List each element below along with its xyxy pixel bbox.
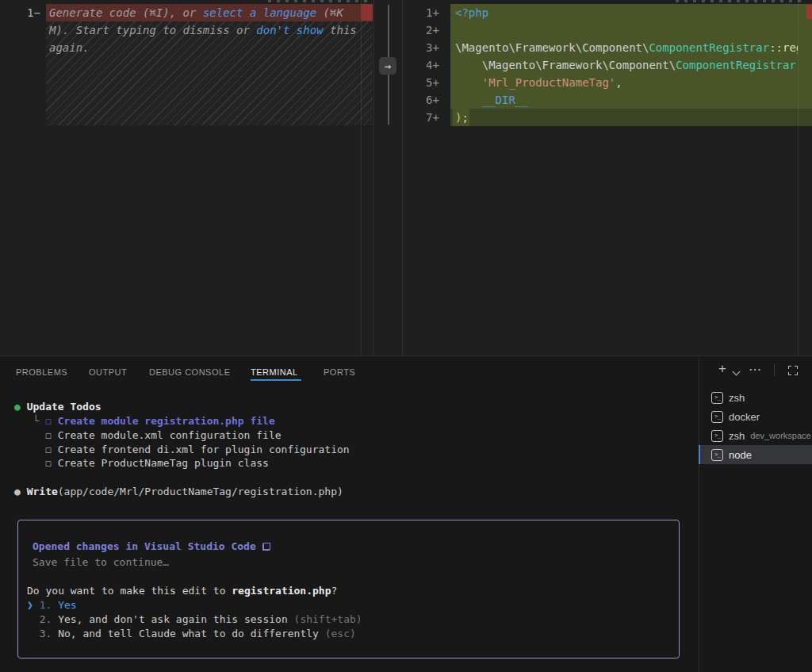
dialog-option-yes[interactable]: ❯ 1. Yes: [27, 598, 77, 612]
terminal-icon: >_: [711, 411, 723, 423]
code-line-5: 'Mrl_ProductNameTag',: [455, 74, 798, 91]
ghost-text: (⌘K: [316, 6, 343, 19]
diff-editor: 1− Generate code (⌘I), or select a langu…: [0, 0, 812, 355]
todo-item: ☐ Create ProductNameTag plugin class: [14, 456, 269, 470]
link-select-a-language[interactable]: select a language: [203, 6, 316, 19]
link-dont-show[interactable]: don't show: [256, 24, 323, 36]
code-line-2: [455, 21, 798, 39]
tab-output[interactable]: OUTPUT: [89, 366, 127, 378]
scrollbar-track-edge: [798, 0, 799, 355]
dialog-title: Opened changes in Visual Studio Code: [33, 540, 270, 553]
code-line-3: \Magento\Framework\Component\ComponentRe…: [455, 39, 798, 56]
selected-terminal-accent-bar: [699, 445, 700, 464]
terminal-icon: >_: [711, 430, 723, 442]
action-separator: [774, 364, 775, 376]
dialog-question: Do you want to make this edit to registr…: [27, 584, 337, 597]
ghost-text: this: [324, 24, 357, 36]
code-line-4: \Magento\Framework\Component\ComponentRe…: [455, 56, 798, 74]
ghost-text: again.: [49, 41, 90, 54]
diff-apply-arrow-button[interactable]: →: [379, 57, 396, 75]
vscode-window: 1− Generate code (⌘I), or select a langu…: [0, 0, 812, 672]
new-terminal-button[interactable]: +: [718, 362, 726, 376]
selection-pointer-icon: ❯: [27, 599, 40, 611]
todo-checkbox-icon: ☐: [45, 457, 58, 469]
ghost-text: Generate code (⌘I), or: [49, 6, 203, 19]
todo-item: ☐ Create frontend di.xml for plugin conf…: [14, 443, 350, 456]
dialog-subtitle: Save file to continue…: [33, 555, 169, 569]
terminal-icon: >_: [711, 392, 723, 404]
tab-problems[interactable]: PROBLEMS: [16, 366, 67, 378]
pane-border: [373, 0, 374, 355]
tree-connector-icon: └: [33, 415, 45, 427]
ghost-hint-line-3: again.: [49, 39, 90, 56]
overview-ruler-removed-mark: [362, 4, 373, 21]
overview-ruler-removed-mark: [806, 5, 812, 19]
dialog-option-yes-session[interactable]: 2. Yes, and don't ask again this session…: [27, 612, 362, 626]
todo-checkbox-icon: ☐: [45, 415, 58, 427]
ghost-text: M). Start typing to dismiss or: [49, 24, 256, 36]
ghost-hint-line-2: M). Start typing to dismiss or don't sho…: [49, 21, 357, 39]
scrollbar-track-edge: [361, 0, 362, 355]
code-line-6: __DIR__: [455, 91, 798, 109]
open-in-editor-icon: [262, 543, 270, 551]
code-line-1: <?php: [455, 4, 798, 21]
todo-item: └ ☐ Create module registration.php file: [14, 414, 275, 428]
line-numbers: 1+ 2+ 3+ 4+ 5+ 6+ 7+: [426, 4, 439, 126]
code-content: <?php \Magento\Framework\Component\Compo…: [455, 4, 798, 126]
todo-header: ● Update Todos: [14, 400, 102, 413]
tool-call-line: ● Write(app/code/Mrl/ProductNameTag/regi…: [14, 485, 343, 498]
diff-original-pane[interactable]: 1− Generate code (⌘I), or select a langu…: [0, 0, 373, 355]
todo-checkbox-icon: ☐: [45, 444, 58, 455]
diff-modified-pane[interactable]: 1+ 2+ 3+ 4+ 5+ 6+ 7+ <?php \Magento\Fram…: [403, 0, 812, 355]
ghost-hint-line-1: Generate code (⌘I), or select a language…: [49, 4, 343, 21]
terminal-list-item-zsh[interactable]: >_ zsh: [699, 388, 812, 407]
active-tab-underline: [251, 379, 301, 381]
line-number: 1−: [27, 4, 40, 21]
terminal-list-item-zsh-dev-workspace[interactable]: >_ zsh dev_workspace: [699, 426, 812, 445]
tab-terminal[interactable]: TERMINAL: [251, 366, 298, 378]
todo-item: ☐ Create module.xml configuration file: [14, 428, 282, 442]
dialog-option-no[interactable]: 3. No, and tell Claude what to do differ…: [27, 627, 356, 640]
code-line-7: );: [455, 109, 798, 126]
todo-checkbox-icon: ☐: [45, 429, 58, 441]
terminal-list-item-docker[interactable]: >_ docker: [699, 407, 812, 426]
tab-debug-console[interactable]: DEBUG CONSOLE: [149, 366, 230, 378]
terminal-icon: >_: [711, 449, 723, 461]
maximize-panel-icon[interactable]: [788, 366, 798, 375]
tool-status-dot-icon: ●: [14, 486, 27, 497]
permission-dialog: Opened changes in Visual Studio Code Sav…: [17, 520, 680, 659]
more-actions-button[interactable]: ⋯: [749, 363, 761, 377]
terminal-list-item-node[interactable]: >_ node: [699, 445, 812, 464]
task-status-dot-icon: ●: [14, 401, 27, 413]
tab-ports[interactable]: PORTS: [324, 366, 355, 378]
